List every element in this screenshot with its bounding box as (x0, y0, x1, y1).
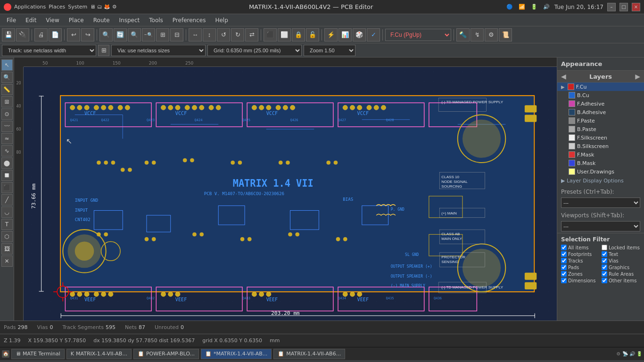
save-button[interactable]: 💾 (2, 28, 15, 41)
taskbar-item[interactable]: 🖥MATE Terminal (11, 349, 65, 359)
select-tool[interactable]: ↖ (1, 59, 13, 71)
viewports-select[interactable]: --- (561, 221, 640, 231)
rotate-l-button[interactable]: ↺ (217, 28, 230, 41)
grid-tool[interactable]: ⊞ (1, 96, 13, 107)
filter-checkbox-all-items[interactable] (561, 245, 567, 250)
fab-button[interactable]: ⚙ (485, 28, 498, 41)
pcb-board[interactable]: VCCF VCCF VCCF VCCF VEEF VEEF VEEF VEEF … (24, 67, 557, 321)
flip-button[interactable]: ⇄ (245, 28, 258, 41)
taskbar-start[interactable]: 🏠 (2, 350, 9, 358)
ruler-tool[interactable]: 📏 (1, 84, 13, 95)
app-menu-system[interactable]: System (68, 4, 87, 10)
mirror-v-button[interactable]: ↕ (203, 28, 216, 41)
layer-selector[interactable]: F.Cu (PgUp) B.Cu F.Silkscreen B.Silkscre… (385, 29, 451, 41)
filter-checkbox-text[interactable] (602, 251, 607, 257)
layer-row-user-drawings[interactable]: User.Drawings (557, 167, 644, 176)
menu-item-tools[interactable]: Tools (144, 16, 168, 25)
filter-checkbox-vias[interactable] (602, 258, 607, 263)
arc-tool[interactable]: ◡ (1, 206, 13, 218)
presets-select[interactable]: --- (561, 197, 640, 208)
zoom-in-button[interactable]: 🔍 (128, 28, 141, 41)
filter-checkbox-pads[interactable] (561, 264, 567, 270)
menu-item-help[interactable]: Help (210, 16, 232, 25)
image-tool[interactable]: 🖼 (1, 243, 13, 255)
layer-row-f-adhesive[interactable]: F.Adhesive (557, 99, 644, 108)
app-menu-places[interactable]: Places (49, 4, 65, 10)
taskbar-item[interactable]: 📋*MATRIX-1.4-VII-AB... (201, 349, 272, 359)
track-width-select[interactable]: Track: use netclass width (2, 45, 96, 56)
layer-row-b-adhesive[interactable]: B.Adhesive (557, 108, 644, 116)
layers-right-arrow[interactable]: ▶ (635, 73, 640, 80)
layers-left-arrow[interactable]: ◀ (561, 73, 566, 80)
ungroup-button[interactable]: ⬜ (278, 28, 291, 41)
undo-button[interactable]: ↩ (67, 28, 80, 41)
layer-row-f-silkscreen[interactable]: F.Silkscreen (557, 133, 644, 142)
layer-display-options[interactable]: ▶ Layer Display Options (557, 176, 644, 186)
via-size-select[interactable]: Via: use netclass sizes (111, 45, 206, 56)
route-diff-pair[interactable]: ≈ (1, 133, 13, 144)
delete-tool[interactable]: ✕ (1, 255, 13, 267)
footprint-tool[interactable]: 🔲 (1, 170, 13, 181)
maximize-button[interactable]: □ (619, 3, 628, 11)
pad-tool[interactable]: ⬤ (1, 157, 13, 169)
canvas-area[interactable]: 50100150200250 20406080 (14, 58, 557, 321)
menu-item-view[interactable]: View (41, 16, 64, 25)
app-menu-applications[interactable]: Applications (14, 4, 46, 10)
zone-tool[interactable]: ⬛ (1, 182, 13, 193)
netinspect-button[interactable]: 📊 (339, 28, 352, 41)
group-button[interactable]: ⬛ (264, 28, 277, 41)
zoom-select[interactable]: Zoom 1.50 (304, 45, 355, 56)
menu-item-route[interactable]: Route (89, 16, 115, 25)
lock-button[interactable]: 🔒 (292, 28, 305, 41)
filter-checkbox-rule-areas[interactable] (602, 271, 607, 277)
layer-row-b-silkscreen[interactable]: B.Silkscreen (557, 142, 644, 150)
script-button[interactable]: 📜 (499, 28, 512, 41)
filter-checkbox-other-items[interactable] (602, 278, 607, 283)
taskbar-item[interactable]: 📋MATRIX-1.4-VII-AB6... (273, 349, 345, 359)
track-width-add[interactable]: ⊞ (98, 45, 109, 56)
menu-item-inspect[interactable]: Inspect (115, 16, 145, 25)
filter-checkbox-tracks[interactable] (561, 258, 567, 263)
filter-checkbox-locked-items[interactable] (602, 245, 607, 250)
unlock-button[interactable]: 🔓 (306, 28, 319, 41)
menu-item-file[interactable]: File (2, 16, 21, 25)
mirror-h-button[interactable]: ↔ (189, 28, 202, 41)
zoom-out-button[interactable]: −🔍 (142, 28, 155, 41)
filter-checkbox-zones[interactable] (561, 271, 567, 277)
via-tool[interactable]: ⊙ (1, 108, 13, 120)
filter-checkbox-graphics[interactable] (602, 264, 607, 270)
board3d-button[interactable]: 🎲 (353, 28, 366, 41)
menu-item-place[interactable]: Place (64, 16, 89, 25)
layer-row-f-mask[interactable]: F.Mask (557, 150, 644, 159)
find-button[interactable]: 🔍 (99, 28, 113, 41)
update-pcb-button[interactable]: ↯ (471, 28, 484, 41)
minimize-button[interactable]: – (607, 3, 616, 11)
menu-item-edit[interactable]: Edit (21, 16, 41, 25)
tune-track[interactable]: ∿ (1, 145, 13, 156)
layer-row-f-cu[interactable]: ▶F.Cu (557, 82, 644, 91)
filter-checkbox-dimensions[interactable] (561, 278, 567, 283)
polygon-tool[interactable]: ⬡ (1, 231, 13, 242)
menu-item-preferences[interactable]: Preferences (168, 16, 211, 25)
layer-row-b-mask[interactable]: B.Mask (557, 159, 644, 167)
layer-row-b-cu[interactable]: B.Cu (557, 91, 644, 99)
drc-button[interactable]: ⚡ (324, 28, 338, 41)
zoom-fit-button[interactable]: ⊞ (156, 28, 169, 41)
inspect-tool[interactable]: 🔍 (1, 72, 13, 83)
line-tool[interactable]: ╱ (1, 194, 13, 206)
route-track-tool[interactable]: 〰 (1, 121, 13, 132)
diff-button[interactable]: ✓ (367, 28, 380, 41)
plot-button[interactable]: 📄 (49, 28, 62, 41)
taskbar-item[interactable]: KMATRIX-1.4-VII-AB... (66, 349, 132, 359)
layer-row-b-paste[interactable]: B.Paste (557, 125, 644, 133)
refresh-button[interactable]: 🔄 (114, 28, 127, 41)
zoom-selection-button[interactable]: ⊟ (170, 28, 183, 41)
taskbar-item[interactable]: 📋POWER-AMP-BLO... (133, 349, 199, 359)
text-tool[interactable]: T (1, 219, 13, 230)
close-button[interactable]: × (632, 3, 640, 11)
filter-checkbox-footprints[interactable] (561, 251, 567, 257)
rotate-r-button[interactable]: ↻ (231, 28, 244, 41)
netlist-button[interactable]: 🔌 (16, 28, 29, 41)
redo-button[interactable]: ↪ (81, 28, 94, 41)
layer-row-f-paste[interactable]: F.Paste (557, 116, 644, 125)
